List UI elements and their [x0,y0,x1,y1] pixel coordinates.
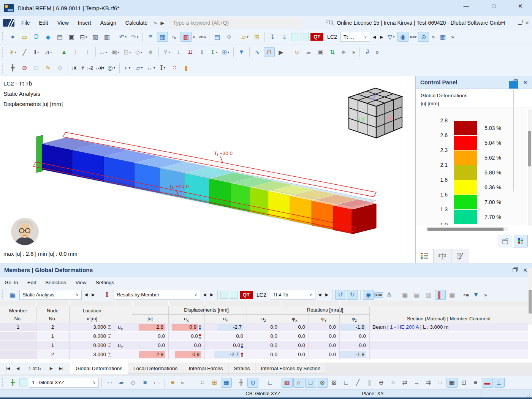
go-from-graphic-icon[interactable]: ↻ [347,290,358,300]
snap-center-icon[interactable]: ⊗ [317,378,328,388]
panel-swatch-1[interactable] [220,291,228,299]
model-3d-icon[interactable]: ◆ [43,32,54,42]
prev-case-button-bottom[interactable]: ◀ [316,292,323,297]
new-member-icon[interactable]: I▾ [31,47,42,57]
result-display-icon[interactable]: ◉ [363,290,374,300]
tab-factors[interactable] [434,249,451,263]
control-panel-vertical-scrollbar[interactable] [528,109,532,226]
navcube-label-neg-z[interactable]: -Z [370,95,376,101]
maximize-button[interactable]: □ [487,3,500,9]
table-row[interactable]: 123.000uX2.80.9-2.70.00.00.0-1.8Beam | 1… [0,323,528,332]
last-page-button[interactable]: ▶| [56,366,66,371]
toolbar2-overflow[interactable]: » [350,49,358,55]
header-node[interactable]: Node [36,307,69,314]
snap-parallel-icon[interactable]: ∥ [364,378,375,388]
minimize-button[interactable]: — [460,3,473,9]
first-page-button[interactable]: |◀ [3,366,13,371]
filter-loads-icon[interactable]: ▽▾ [386,32,397,42]
go-to-graphic-icon[interactable]: ↺ [335,290,346,300]
show-results-icon[interactable]: ◉ [397,32,408,42]
close-button[interactable]: ✕ [514,3,527,10]
header-group-rotations[interactable]: Rotations [mrad] [281,306,369,314]
header-location[interactable]: Location [69,307,115,314]
snap-grid-icon[interactable]: ▦ [446,378,458,388]
header-disp-0[interactable]: |u| [132,315,168,322]
menu-settings[interactable]: Settings [91,280,119,285]
table-layout-3-icon[interactable]: ▥ [423,290,434,300]
section-display-icon[interactable]: I▾ [157,63,168,73]
control-panel-horizontal-scrollbar[interactable] [426,227,508,231]
tab-local-deformations[interactable]: Local Deformations [128,363,183,374]
navcube-label-pos-y[interactable]: +Y [358,117,365,123]
relation-scheme-icon[interactable]: ⋔ [383,290,394,300]
new-member-hinge-icon[interactable]: ⊥ [70,47,81,57]
toolbar2-more[interactable]: » [374,49,381,55]
new-opening-icon[interactable]: ⊡▾ [122,47,133,57]
header-node-no[interactable]: No. [36,315,69,322]
menu-insert[interactable]: Insert [73,20,96,26]
edit-view-icon[interactable]: ✎ [43,63,54,73]
flying-section-icon[interactable]: ► [339,47,350,57]
menu-go-to[interactable]: Go To [0,280,23,285]
snap-visible-icon[interactable]: ⊙ [247,378,258,388]
snap-endpoint-icon[interactable]: □ [305,378,316,388]
snap-intersection-icon[interactable]: ⊠ [329,378,340,388]
tab-internal-forces[interactable]: Internal Forces [183,363,228,374]
member-result-diagram-icon[interactable]: ∪ [291,47,302,57]
results-by-combo[interactable]: Results by Member∨ [114,290,200,300]
edit-note-icon[interactable]: ⊞ [251,32,262,42]
support-chat-icon[interactable]: ☺ [223,32,234,42]
perspective-view-icon[interactable]: ◇ [54,63,65,73]
load-case-combo-bottom[interactable]: Tt ≠ Tb∨ [270,290,315,300]
menu-play-chevron[interactable]: ▶ [158,20,166,26]
color-swatch-2[interactable] [301,33,309,41]
tables-icon[interactable]: ▦ [157,32,168,42]
members-panel-float-icon[interactable] [513,268,517,272]
new-printout-icon[interactable]: ▧ [90,32,101,42]
menu-view[interactable]: View [53,20,73,26]
new-line-icon[interactable]: ╱ [19,47,30,57]
menu-edit-table[interactable]: Edit [23,280,41,285]
coordinate-system-icon[interactable]: ╋ [7,378,18,388]
header-disp-2[interactable]: uY [204,315,247,322]
menu-calculate[interactable]: Calculate [121,20,152,26]
show-deformed-structure-icon[interactable]: ⊓ [264,47,275,57]
snap-points-icon[interactable]: ╋ [236,378,247,388]
console-icon[interactable]: >_ [192,34,198,40]
solid-results-icon[interactable]: ▣ [315,47,326,57]
prev-result-button[interactable]: ◀ [201,292,208,297]
new-plane-icon[interactable]: ◇▾ [133,47,144,57]
cs-color-swatch[interactable] [19,378,27,386]
prev-page-button[interactable]: ◀ [13,366,23,371]
tab-strains[interactable]: Strains [228,363,255,374]
data-navigator-icon[interactable]: ≡ [145,32,156,42]
member-results-icon[interactable]: I [101,290,112,300]
menu-edit[interactable]: Edit [35,20,53,26]
edit-model-data-icon[interactable]: ▤ [54,32,65,42]
new-load-area-icon[interactable]: ⊞▾ [220,47,231,57]
next-case-button[interactable]: ▶ [378,35,385,40]
new-solid-icon[interactable]: ▣▾ [110,47,121,57]
resize-grip[interactable] [527,393,531,397]
control-panel-icon[interactable]: ▥ [180,32,192,42]
table-full-icon[interactable]: ▦ [446,290,458,300]
animation-icon[interactable]: ▶ [276,47,287,57]
new-model-icon[interactable]: ✶ [7,32,18,42]
next-case-button-bottom[interactable]: ▶ [323,292,331,297]
panel-options-button[interactable] [499,235,512,247]
snap-extend-icon[interactable]: → [411,378,422,388]
snap-grid-magnet-icon[interactable]: ▩ [282,378,293,388]
header-member[interactable]: Member [0,307,36,314]
table-chart-icon[interactable]: ▌ [435,290,446,300]
new-block-icon[interactable]: ■ [145,47,156,57]
new-nodal-support-icon[interactable]: ▲ [59,47,70,57]
bottom-toolbar-overflow[interactable]: » [179,380,186,386]
new-polyline-icon[interactable]: ⊿▾ [43,47,54,57]
dimensions-icon[interactable]: ↔▾ [146,63,157,73]
view-y-icon[interactable]: ↓Y [78,65,85,71]
section-line-icon[interactable]: ▬ [482,378,493,388]
dlubal-center-icon[interactable]: D [31,32,42,42]
save-icon[interactable]: ▣ [66,32,77,42]
prev-analysis-button[interactable]: ◀ [82,292,90,297]
excel-export-icon[interactable]: X▦ [462,292,470,298]
